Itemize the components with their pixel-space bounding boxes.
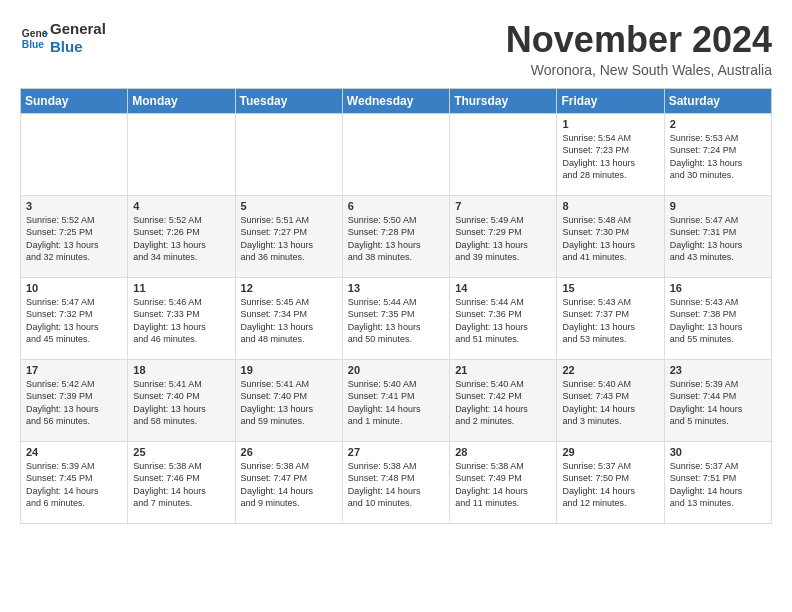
- header-sunday: Sunday: [21, 88, 128, 113]
- calendar-week-5: 24Sunrise: 5:39 AM Sunset: 7:45 PM Dayli…: [21, 441, 772, 523]
- day-number: 7: [455, 200, 551, 212]
- calendar-week-4: 17Sunrise: 5:42 AM Sunset: 7:39 PM Dayli…: [21, 359, 772, 441]
- calendar-cell: 4Sunrise: 5:52 AM Sunset: 7:26 PM Daylig…: [128, 195, 235, 277]
- day-number: 24: [26, 446, 122, 458]
- day-info: Sunrise: 5:39 AM Sunset: 7:45 PM Dayligh…: [26, 460, 122, 510]
- day-number: 29: [562, 446, 658, 458]
- calendar-cell: 9Sunrise: 5:47 AM Sunset: 7:31 PM Daylig…: [664, 195, 771, 277]
- calendar-cell: 21Sunrise: 5:40 AM Sunset: 7:42 PM Dayli…: [450, 359, 557, 441]
- day-number: 30: [670, 446, 766, 458]
- header-monday: Monday: [128, 88, 235, 113]
- day-number: 6: [348, 200, 444, 212]
- calendar-cell: [128, 113, 235, 195]
- calendar-week-2: 3Sunrise: 5:52 AM Sunset: 7:25 PM Daylig…: [21, 195, 772, 277]
- location-subtitle: Woronora, New South Wales, Australia: [506, 62, 772, 78]
- calendar-cell: 24Sunrise: 5:39 AM Sunset: 7:45 PM Dayli…: [21, 441, 128, 523]
- day-number: 27: [348, 446, 444, 458]
- calendar-cell: 15Sunrise: 5:43 AM Sunset: 7:37 PM Dayli…: [557, 277, 664, 359]
- header-wednesday: Wednesday: [342, 88, 449, 113]
- day-number: 2: [670, 118, 766, 130]
- day-number: 12: [241, 282, 337, 294]
- logo-line1: General: [50, 20, 106, 38]
- day-info: Sunrise: 5:46 AM Sunset: 7:33 PM Dayligh…: [133, 296, 229, 346]
- day-info: Sunrise: 5:47 AM Sunset: 7:32 PM Dayligh…: [26, 296, 122, 346]
- day-number: 17: [26, 364, 122, 376]
- day-number: 23: [670, 364, 766, 376]
- calendar-header-row: SundayMondayTuesdayWednesdayThursdayFrid…: [21, 88, 772, 113]
- day-number: 3: [26, 200, 122, 212]
- calendar-cell: [235, 113, 342, 195]
- day-info: Sunrise: 5:38 AM Sunset: 7:46 PM Dayligh…: [133, 460, 229, 510]
- day-info: Sunrise: 5:41 AM Sunset: 7:40 PM Dayligh…: [133, 378, 229, 428]
- day-number: 15: [562, 282, 658, 294]
- day-info: Sunrise: 5:38 AM Sunset: 7:49 PM Dayligh…: [455, 460, 551, 510]
- day-info: Sunrise: 5:43 AM Sunset: 7:38 PM Dayligh…: [670, 296, 766, 346]
- day-info: Sunrise: 5:47 AM Sunset: 7:31 PM Dayligh…: [670, 214, 766, 264]
- day-info: Sunrise: 5:38 AM Sunset: 7:48 PM Dayligh…: [348, 460, 444, 510]
- day-info: Sunrise: 5:44 AM Sunset: 7:36 PM Dayligh…: [455, 296, 551, 346]
- logo-icon: General Blue: [20, 24, 48, 52]
- header-saturday: Saturday: [664, 88, 771, 113]
- logo-line2: Blue: [50, 38, 106, 56]
- svg-text:General: General: [22, 28, 48, 39]
- day-info: Sunrise: 5:39 AM Sunset: 7:44 PM Dayligh…: [670, 378, 766, 428]
- day-info: Sunrise: 5:48 AM Sunset: 7:30 PM Dayligh…: [562, 214, 658, 264]
- day-info: Sunrise: 5:49 AM Sunset: 7:29 PM Dayligh…: [455, 214, 551, 264]
- day-info: Sunrise: 5:51 AM Sunset: 7:27 PM Dayligh…: [241, 214, 337, 264]
- day-info: Sunrise: 5:53 AM Sunset: 7:24 PM Dayligh…: [670, 132, 766, 182]
- calendar-cell: [342, 113, 449, 195]
- calendar-cell: 11Sunrise: 5:46 AM Sunset: 7:33 PM Dayli…: [128, 277, 235, 359]
- day-number: 9: [670, 200, 766, 212]
- day-number: 13: [348, 282, 444, 294]
- day-number: 26: [241, 446, 337, 458]
- calendar-cell: 5Sunrise: 5:51 AM Sunset: 7:27 PM Daylig…: [235, 195, 342, 277]
- calendar-cell: [450, 113, 557, 195]
- calendar-cell: 3Sunrise: 5:52 AM Sunset: 7:25 PM Daylig…: [21, 195, 128, 277]
- calendar-cell: 22Sunrise: 5:40 AM Sunset: 7:43 PM Dayli…: [557, 359, 664, 441]
- calendar-cell: 10Sunrise: 5:47 AM Sunset: 7:32 PM Dayli…: [21, 277, 128, 359]
- calendar-week-1: 1Sunrise: 5:54 AM Sunset: 7:23 PM Daylig…: [21, 113, 772, 195]
- day-info: Sunrise: 5:40 AM Sunset: 7:42 PM Dayligh…: [455, 378, 551, 428]
- calendar-cell: 14Sunrise: 5:44 AM Sunset: 7:36 PM Dayli…: [450, 277, 557, 359]
- calendar-cell: 29Sunrise: 5:37 AM Sunset: 7:50 PM Dayli…: [557, 441, 664, 523]
- day-number: 28: [455, 446, 551, 458]
- calendar-cell: 20Sunrise: 5:40 AM Sunset: 7:41 PM Dayli…: [342, 359, 449, 441]
- day-info: Sunrise: 5:52 AM Sunset: 7:26 PM Dayligh…: [133, 214, 229, 264]
- calendar-week-3: 10Sunrise: 5:47 AM Sunset: 7:32 PM Dayli…: [21, 277, 772, 359]
- day-info: Sunrise: 5:50 AM Sunset: 7:28 PM Dayligh…: [348, 214, 444, 264]
- calendar-cell: 8Sunrise: 5:48 AM Sunset: 7:30 PM Daylig…: [557, 195, 664, 277]
- calendar-cell: 13Sunrise: 5:44 AM Sunset: 7:35 PM Dayli…: [342, 277, 449, 359]
- day-number: 4: [133, 200, 229, 212]
- month-title: November 2024: [506, 20, 772, 60]
- calendar-cell: 23Sunrise: 5:39 AM Sunset: 7:44 PM Dayli…: [664, 359, 771, 441]
- day-info: Sunrise: 5:45 AM Sunset: 7:34 PM Dayligh…: [241, 296, 337, 346]
- calendar-cell: 7Sunrise: 5:49 AM Sunset: 7:29 PM Daylig…: [450, 195, 557, 277]
- calendar-cell: 18Sunrise: 5:41 AM Sunset: 7:40 PM Dayli…: [128, 359, 235, 441]
- day-number: 18: [133, 364, 229, 376]
- day-info: Sunrise: 5:37 AM Sunset: 7:50 PM Dayligh…: [562, 460, 658, 510]
- day-number: 19: [241, 364, 337, 376]
- calendar-cell: 30Sunrise: 5:37 AM Sunset: 7:51 PM Dayli…: [664, 441, 771, 523]
- header-friday: Friday: [557, 88, 664, 113]
- day-info: Sunrise: 5:43 AM Sunset: 7:37 PM Dayligh…: [562, 296, 658, 346]
- logo: General Blue General Blue: [20, 20, 106, 56]
- calendar-cell: 1Sunrise: 5:54 AM Sunset: 7:23 PM Daylig…: [557, 113, 664, 195]
- day-number: 10: [26, 282, 122, 294]
- day-info: Sunrise: 5:40 AM Sunset: 7:43 PM Dayligh…: [562, 378, 658, 428]
- day-number: 8: [562, 200, 658, 212]
- day-info: Sunrise: 5:38 AM Sunset: 7:47 PM Dayligh…: [241, 460, 337, 510]
- svg-text:Blue: Blue: [22, 39, 45, 50]
- header-tuesday: Tuesday: [235, 88, 342, 113]
- day-info: Sunrise: 5:44 AM Sunset: 7:35 PM Dayligh…: [348, 296, 444, 346]
- day-info: Sunrise: 5:42 AM Sunset: 7:39 PM Dayligh…: [26, 378, 122, 428]
- title-area: November 2024 Woronora, New South Wales,…: [506, 20, 772, 78]
- day-number: 16: [670, 282, 766, 294]
- calendar-cell: 17Sunrise: 5:42 AM Sunset: 7:39 PM Dayli…: [21, 359, 128, 441]
- day-number: 21: [455, 364, 551, 376]
- header-thursday: Thursday: [450, 88, 557, 113]
- day-number: 5: [241, 200, 337, 212]
- calendar-cell: [21, 113, 128, 195]
- day-info: Sunrise: 5:37 AM Sunset: 7:51 PM Dayligh…: [670, 460, 766, 510]
- calendar-table: SundayMondayTuesdayWednesdayThursdayFrid…: [20, 88, 772, 524]
- calendar-cell: 12Sunrise: 5:45 AM Sunset: 7:34 PM Dayli…: [235, 277, 342, 359]
